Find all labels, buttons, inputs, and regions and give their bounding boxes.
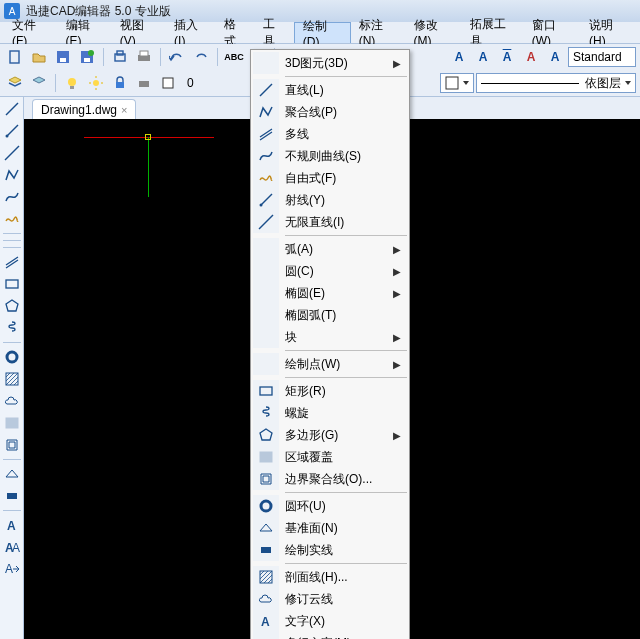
menu-item-label: 椭圆弧(T) (285, 307, 387, 324)
menu-item[interactable]: 剖面线(H)... (253, 566, 407, 588)
menu-item[interactable]: 边界聚合线(O)... (253, 468, 407, 490)
text-style-a1[interactable]: A (448, 46, 470, 68)
cloud-icon (253, 588, 279, 610)
menu-item[interactable]: 不规则曲线(S) (253, 145, 407, 167)
menu-item[interactable]: 3D图元(3D)▶ (253, 52, 407, 74)
linetype-dropdown[interactable]: 依图层 (476, 73, 636, 93)
menu-item[interactable]: AA多行文字(M)... (253, 632, 407, 639)
polygon-tool-button[interactable] (2, 296, 22, 316)
menu-item[interactable]: 区域覆盖 (253, 446, 407, 468)
sun-icon[interactable] (85, 72, 107, 94)
svg-rect-0 (10, 51, 19, 63)
menu-item[interactable]: 圆环(U) (253, 495, 407, 517)
menu-item[interactable]: 文件(F) (4, 22, 58, 43)
mtext-tool-button[interactable]: AA (2, 537, 22, 557)
rect-icon (253, 380, 279, 402)
menu-item[interactable]: 矩形(R) (253, 380, 407, 402)
menu-item[interactable]: 块▶ (253, 326, 407, 348)
poly-tool-button[interactable] (2, 165, 22, 185)
bulb-icon[interactable] (61, 72, 83, 94)
tab-drawing1[interactable]: Drawing1.dwg × (32, 99, 136, 119)
layer-manager-button[interactable] (4, 72, 26, 94)
text-style-a4[interactable]: A (520, 46, 542, 68)
svg-point-16 (68, 78, 76, 86)
plane-tool-button[interactable] (2, 464, 22, 484)
menu-item[interactable]: A文字(X) (253, 610, 407, 632)
menu-item[interactable]: 椭圆(E)▶ (253, 282, 407, 304)
menu-item[interactable]: 椭圆弧(T) (253, 304, 407, 326)
svg-rect-7 (117, 51, 123, 55)
line-icon (253, 79, 279, 101)
menu-item[interactable]: 射线(Y) (253, 189, 407, 211)
menu-item[interactable]: 自由式(F) (253, 167, 407, 189)
menu-item[interactable]: 绘制(D) (294, 22, 351, 43)
save-button[interactable] (52, 46, 74, 68)
text-style-a5[interactable]: A (544, 46, 566, 68)
xline-tool-button[interactable] (2, 143, 22, 163)
text-style-a2[interactable]: A (472, 46, 494, 68)
spell-button[interactable]: ABC (223, 46, 245, 68)
menu-item[interactable]: 窗口(W) (524, 22, 581, 43)
menu-item[interactable]: 螺旋 (253, 402, 407, 424)
text-tool-button[interactable]: A (2, 515, 22, 535)
free-tool-button[interactable] (2, 209, 22, 229)
menu-item-label: 多线 (285, 126, 387, 143)
svg-text:A: A (12, 541, 20, 555)
print-preview-button[interactable] (109, 46, 131, 68)
menu-item[interactable]: 多边形(G)▶ (253, 424, 407, 446)
menu-item[interactable]: 插入(I) (166, 22, 216, 43)
undo-button[interactable] (166, 46, 188, 68)
menu-item[interactable]: 弧(A)▶ (253, 238, 407, 260)
menu-item[interactable]: 视图(V) (112, 22, 166, 43)
svg-rect-17 (70, 86, 74, 89)
wipe-tool-button[interactable] (2, 413, 22, 433)
mtext-icon: AA (253, 632, 279, 639)
cloud-tool-button[interactable] (2, 391, 22, 411)
svg-marker-32 (6, 300, 18, 311)
svg-point-43 (260, 204, 263, 207)
menu-item[interactable]: 基准面(N) (253, 517, 407, 539)
rect-tool-button[interactable] (2, 274, 22, 294)
menu-item[interactable]: 多线 (253, 123, 407, 145)
text-style-a3[interactable]: A (496, 46, 518, 68)
text-style-dropdown[interactable]: Standard (568, 47, 636, 67)
layer-tool-button[interactable] (28, 72, 50, 94)
open-button[interactable] (28, 46, 50, 68)
print-layer-icon[interactable] (133, 72, 155, 94)
line-tool-button[interactable] (2, 99, 22, 119)
mline-tool-button[interactable] (2, 252, 22, 272)
menu-item-label: 文字(X) (285, 613, 387, 630)
hatch-tool-button[interactable] (2, 369, 22, 389)
menu-item[interactable]: 修改(M) (406, 22, 462, 43)
menu-item[interactable]: 说明(H) (581, 22, 636, 43)
spline-tool-button[interactable] (2, 187, 22, 207)
menu-item[interactable]: 绘制点(W)▶ (253, 353, 407, 375)
t2m-tool-button[interactable]: A (2, 559, 22, 579)
menu-item[interactable]: 绘制实线 (253, 539, 407, 561)
menu-item[interactable]: 拓展工具 (462, 22, 524, 43)
donut-tool-button[interactable] (2, 347, 22, 367)
menu-item[interactable]: 直线(L) (253, 79, 407, 101)
menu-item[interactable]: 格式 (216, 22, 255, 43)
print-button[interactable] (133, 46, 155, 68)
menu-item[interactable]: 工具 (255, 22, 294, 43)
menu-item[interactable]: 修订云线 (253, 588, 407, 610)
new-button[interactable] (4, 46, 26, 68)
lock-icon[interactable] (109, 72, 131, 94)
close-icon[interactable]: × (121, 104, 127, 116)
color-dropdown[interactable] (440, 73, 474, 93)
menu-item[interactable]: 编辑(E) (58, 22, 112, 43)
svg-text:A: A (261, 615, 270, 629)
menu-item[interactable]: 圆(C)▶ (253, 260, 407, 282)
solid-tool-button[interactable] (2, 486, 22, 506)
ray-tool-button[interactable] (2, 121, 22, 141)
saveas-button[interactable] (76, 46, 98, 68)
color-swatch[interactable] (157, 72, 179, 94)
helix-tool-button[interactable] (2, 318, 22, 338)
bpoly-tool-button[interactable] (2, 435, 22, 455)
redo-button[interactable] (190, 46, 212, 68)
menu-item[interactable]: 聚合线(P) (253, 101, 407, 123)
svg-rect-36 (7, 493, 17, 499)
menu-item[interactable]: 标注(N) (351, 22, 406, 43)
menu-item[interactable]: 无限直线(I) (253, 211, 407, 233)
